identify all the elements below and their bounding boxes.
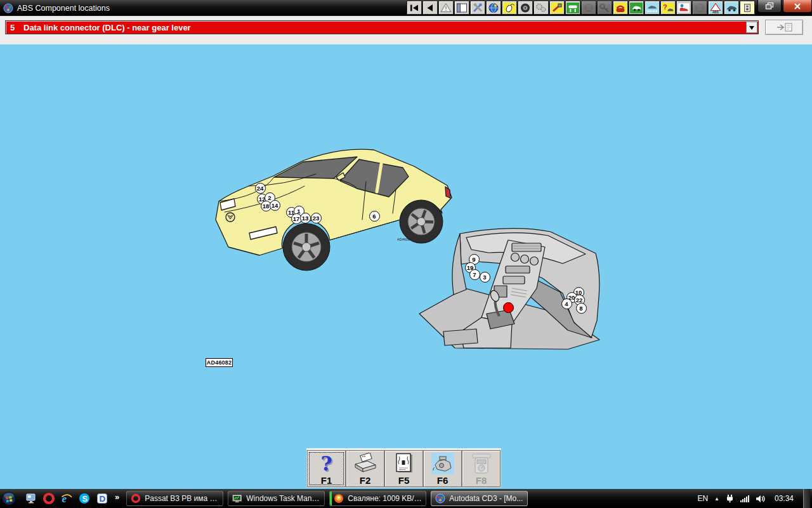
task-download-master[interactable]: Сваляне: 1009 KB/s, ... <box>329 491 426 506</box>
toolbar: ?ABS <box>407 1 755 15</box>
quick-launch: eSD <box>24 491 109 505</box>
circle-button[interactable] <box>692 1 707 15</box>
vehicle-lift-button[interactable] <box>565 1 580 15</box>
media-d-icon[interactable]: D <box>95 491 109 505</box>
svg-text:D: D <box>100 494 106 504</box>
callout-13[interactable]: 13 <box>300 213 311 224</box>
fkey-label: F6 <box>437 476 449 486</box>
gears-button[interactable] <box>534 1 549 15</box>
callout-4[interactable]: 4 <box>561 298 572 309</box>
callout-8[interactable]: 8 <box>576 303 587 314</box>
task-autodata[interactable]: Autodata CD3 - [Mo... <box>431 491 528 506</box>
warning-button[interactable] <box>438 1 454 15</box>
wheel-button[interactable] <box>518 1 533 15</box>
task-manager-icon <box>232 493 242 504</box>
window-panel-button[interactable] <box>454 1 469 15</box>
callout-24[interactable]: 24 <box>255 183 266 194</box>
fkey-label: F5 <box>398 476 410 486</box>
multimeter-icon <box>471 451 492 476</box>
key-button[interactable] <box>597 1 612 15</box>
callout-14[interactable]: 14 <box>270 200 280 211</box>
lamp-button[interactable] <box>581 1 596 15</box>
dlc-highlight-dot[interactable] <box>503 302 514 313</box>
body-repair-button[interactable] <box>629 1 644 15</box>
task-buttons: Passat B3 PB има ли ...Windows Task Mana… <box>126 491 528 506</box>
service-tool-button[interactable] <box>549 1 565 15</box>
transfer-icon <box>775 22 793 33</box>
abs-warning-button[interactable]: ABS <box>708 1 723 15</box>
fkey-f6-button[interactable]: F6 <box>423 450 462 487</box>
svg-text:S: S <box>82 494 88 504</box>
callout-23[interactable]: 23 <box>311 213 322 224</box>
network-signal-icon[interactable] <box>740 495 749 502</box>
globe-button[interactable] <box>486 1 501 15</box>
fkey-label: F2 <box>360 476 371 486</box>
component-switch-button[interactable] <box>740 1 755 15</box>
fkey-f8-button[interactable]: F8 <box>462 450 501 487</box>
callout-6[interactable]: 6 <box>369 211 380 222</box>
tools-button[interactable] <box>470 1 485 15</box>
taskbar: eSD » Passat B3 PB има ли ...Windows Tas… <box>0 489 812 508</box>
diagram-area: AD46069 <box>0 44 812 489</box>
printer-icon <box>353 451 377 476</box>
volume-icon[interactable] <box>756 495 765 503</box>
nav-back-button[interactable] <box>422 1 438 15</box>
fkey-f2-button[interactable]: F2 <box>346 450 384 487</box>
restore-button[interactable] <box>757 0 782 13</box>
chevron-down-icon <box>749 26 754 32</box>
desktop-icon[interactable] <box>24 491 38 505</box>
download-progress-bar <box>330 491 332 505</box>
clock[interactable]: 03:34 <box>775 494 794 503</box>
component-label: Data link connector (DLC) - near gear le… <box>23 23 191 32</box>
dropdown-arrow-button[interactable] <box>746 22 757 33</box>
task-label: Windows Task Mana... <box>246 494 320 503</box>
autodata-app-icon <box>3 3 13 13</box>
close-button[interactable] <box>783 0 812 13</box>
task-opera[interactable]: Passat B3 PB има ли ... <box>126 491 223 506</box>
transfer-button[interactable] <box>765 20 803 35</box>
front-wheel <box>283 224 330 271</box>
system-tray: EN ▲ 03:34 <box>697 489 812 508</box>
opera-icon <box>131 493 141 504</box>
start-button[interactable] <box>2 491 16 505</box>
task-label: Passat B3 PB има ли ... <box>145 494 219 503</box>
callout-3[interactable]: 3 <box>480 272 490 283</box>
driver-assist-button[interactable] <box>676 1 691 15</box>
skype-icon[interactable]: S <box>77 491 91 505</box>
download-master-icon <box>334 493 344 504</box>
fkey-label: F1 <box>321 476 332 486</box>
help-icon: ? <box>320 451 332 476</box>
troubleshooter-button[interactable]: ? <box>660 1 676 15</box>
window-controls <box>756 0 812 13</box>
component-selector[interactable]: 5 Data link connector (DLC) - near gear … <box>5 20 759 34</box>
phone-button[interactable] <box>613 1 628 15</box>
svg-text:?: ? <box>663 3 667 11</box>
internet-explorer-icon[interactable]: e <box>60 491 74 505</box>
fkey-f1-button[interactable]: ?F1 <box>307 450 346 487</box>
engine-icon <box>431 451 454 476</box>
close-icon <box>792 3 802 10</box>
show-desktop-button[interactable] <box>803 489 810 508</box>
car-button[interactable] <box>724 1 739 15</box>
overflow-chevron[interactable]: » <box>115 492 119 502</box>
task-task-manager[interactable]: Windows Task Mana... <box>228 491 325 506</box>
opera-icon[interactable] <box>42 491 56 505</box>
schematic-icon <box>393 451 416 476</box>
windows-logo-icon <box>2 490 16 507</box>
task-label: Сваляне: 1009 KB/s, ... <box>348 494 422 503</box>
window-title: ABS Component locations <box>17 4 110 13</box>
nav-first-button[interactable] <box>407 1 422 15</box>
diagram-code: AD46069 <box>397 237 412 241</box>
autodata-window: ABS Component locations ?ABS 5 Data link… <box>0 0 812 508</box>
autodata-icon <box>435 493 445 504</box>
callout-7[interactable]: 7 <box>469 269 480 280</box>
restore-icon <box>765 2 775 10</box>
tray-expand-icon[interactable]: ▲ <box>714 496 719 502</box>
task-label: Autodata CD3 - [Mo... <box>449 494 523 503</box>
selector-row: 5 Data link connector (DLC) - near gear … <box>0 17 812 44</box>
dimensions-button[interactable] <box>645 1 660 15</box>
mouse-button[interactable] <box>502 1 517 15</box>
remove-hardware-icon[interactable] <box>726 494 734 503</box>
fkey-f5-button[interactable]: F5 <box>384 450 423 487</box>
language-indicator[interactable]: EN <box>697 494 708 503</box>
